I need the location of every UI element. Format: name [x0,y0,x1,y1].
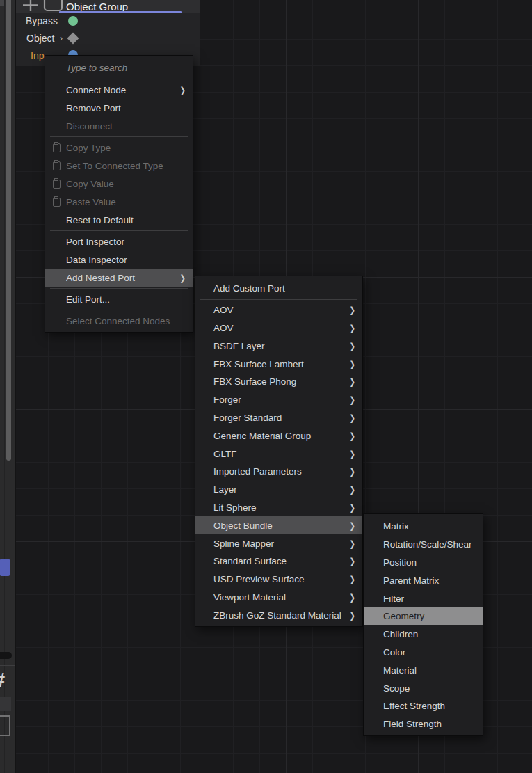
scrollbar-cap [0,0,4,6]
menu-item-generic-material-group[interactable]: Generic Material Group❯ [195,427,362,445]
menu-item-label: Lit Sphere [213,502,344,513]
menu-item-label: Add Nested Port [66,273,175,283]
scrollbar-thumb[interactable] [6,0,11,461]
menu-item-list: MatrixRotation/Scale/ShearPositionParent… [364,518,483,733]
menu-item-list: Connect Node❯Remove PortDisconnectCopy T… [45,79,193,330]
node-shape-icon[interactable] [43,0,64,12]
clipboard-icon [53,180,61,189]
menu-item-zbrush-goz-standard-material[interactable]: ZBrush GoZ Standard Material❯ [195,606,362,624]
sidebar-selection-indicator [0,559,10,576]
menu-separator [50,310,188,310]
menu-item-label: Set To Connected Type [66,161,186,171]
sidebar-button[interactable] [0,697,11,711]
menu-item-label: Scope [383,683,476,694]
submenu-arrow-icon: ❯ [350,413,355,423]
menu-item-select-connected-nodes: Select Connected Nodes [45,312,193,330]
menu-item-edit-port[interactable]: Edit Port... [45,290,193,308]
menu-item-add-nested-port[interactable]: Add Nested Port❯ [45,269,193,287]
menu-item-label: Parent Matrix [383,575,476,586]
menu-item-list: Add Custom PortAOV❯AOV❯BSDF Layer❯FBX Su… [195,280,362,624]
clipboard-icon [53,198,61,207]
left-sidebar: # [0,0,16,773]
sidebar-pill-icon [0,652,12,659]
menu-item-label: Reset to Default [66,215,186,225]
clipboard-icon [53,143,61,152]
port-label-bypass: Bypass [26,15,58,26]
submenu-arrow-icon: ❯ [350,449,355,459]
menu-item-label: Spline Mapper [213,539,344,549]
menu-item-position[interactable]: Position [364,554,483,572]
menu-item-layer[interactable]: Layer❯ [195,481,362,499]
menu-item-label: ZBrush GoZ Standard Material [213,610,344,621]
add-nested-port-submenu: Add Custom PortAOV❯AOV❯BSDF Layer❯FBX Su… [195,276,363,627]
menu-item-label: Color [383,647,476,658]
menu-item-object-bundle[interactable]: Object Bundle❯ [195,516,362,534]
menu-item-spline-mapper[interactable]: Spline Mapper❯ [195,534,362,552]
hash-icon[interactable]: # [0,668,15,692]
submenu-arrow-icon: ❯ [350,593,355,603]
menu-item-label: Rotation/Scale/Shear [383,539,476,550]
submenu-arrow-icon: ❯ [350,520,355,530]
menu-item-label: Children [383,629,476,639]
menu-item-scope[interactable]: Scope [364,679,483,697]
menu-item-bsdf-layer[interactable]: BSDF Layer❯ [195,337,362,355]
menu-item-label: Generic Material Group [213,431,344,441]
menu-item-label: Imported Parameters [213,466,344,477]
sidebar-divider [0,665,15,666]
menu-item-filter[interactable]: Filter [364,589,483,607]
bypass-port-dot[interactable] [68,16,78,26]
menu-item-forger[interactable]: Forger❯ [195,391,362,409]
menu-item-reset-to-default[interactable]: Reset to Default [45,211,193,229]
menu-item-children[interactable]: Children [364,625,483,644]
menu-item-label: BSDF Layer [213,341,344,351]
menu-item-usd-preview-surface[interactable]: USD Preview Surface❯ [195,571,362,589]
menu-item-imported-parameters[interactable]: Imported Parameters❯ [195,463,362,481]
submenu-arrow-icon: ❯ [350,557,355,566]
menu-item-label: Layer [213,484,344,495]
menu-item-label: USD Preview Surface [213,574,344,584]
menu-item-label: Add Custom Port [213,283,355,294]
submenu-arrow-icon: ❯ [350,485,355,495]
expander-chevron-icon[interactable]: › [60,33,63,43]
menu-item-rotation-scale-shear[interactable]: Rotation/Scale/Shear [364,536,483,554]
menu-item-parent-matrix[interactable]: Parent Matrix [364,571,483,589]
menu-item-material[interactable]: Material [364,661,483,679]
menu-item-fbx-surface-lambert[interactable]: FBX Surface Lambert❯ [195,355,362,373]
menu-item-aov[interactable]: AOV❯ [195,301,362,319]
menu-item-matrix[interactable]: Matrix [364,518,483,536]
menu-item-port-inspector[interactable]: Port Inspector [45,232,193,250]
menu-item-label: Filter [383,593,476,604]
submenu-arrow-icon: ❯ [350,539,355,548]
add-icon[interactable] [21,0,40,13]
menu-item-standard-surface[interactable]: Standard Surface❯ [195,552,362,571]
menu-item-fbx-surface-phong[interactable]: FBX Surface Phong❯ [195,373,362,391]
menu-item-field-strength[interactable]: Field Strength [364,715,483,733]
node-editor-window: Object Group Bypass Object › Inp # Type … [0,0,532,773]
menu-item-data-inspector[interactable]: Data Inspector [45,250,193,269]
menu-separator [50,136,188,137]
menu-search-input[interactable]: Type to search [45,59,193,77]
menu-item-label: Paste Value [66,197,186,207]
sidebar-frame-icon[interactable] [0,715,10,736]
menu-item-lit-sphere[interactable]: Lit Sphere❯ [195,499,362,517]
menu-item-remove-port[interactable]: Remove Port [45,99,193,117]
menu-item-aov[interactable]: AOV❯ [195,319,362,337]
menu-item-label: Edit Port... [66,294,186,305]
menu-item-color[interactable]: Color [364,644,483,662]
submenu-arrow-icon: ❯ [350,341,355,351]
menu-item-geometry[interactable]: Geometry [364,607,483,625]
menu-item-add-custom-port[interactable]: Add Custom Port [195,280,362,298]
menu-item-label: Object Bundle [213,520,344,531]
menu-item-effect-strength[interactable]: Effect Strength [364,697,483,715]
menu-item-forger-standard[interactable]: Forger Standard❯ [195,409,362,427]
menu-item-label: Matrix [383,521,476,532]
submenu-arrow-icon: ❯ [350,377,355,387]
menu-item-label: AOV [213,323,344,333]
menu-item-label: Viewport Material [213,592,344,603]
menu-item-label: Standard Surface [213,556,344,566]
submenu-arrow-icon: ❯ [180,273,186,282]
menu-item-gltf[interactable]: GLTF❯ [195,445,362,463]
menu-item-viewport-material[interactable]: Viewport Material❯ [195,589,362,607]
menu-item-label: Data Inspector [66,255,186,265]
menu-item-connect-node[interactable]: Connect Node❯ [45,81,193,99]
